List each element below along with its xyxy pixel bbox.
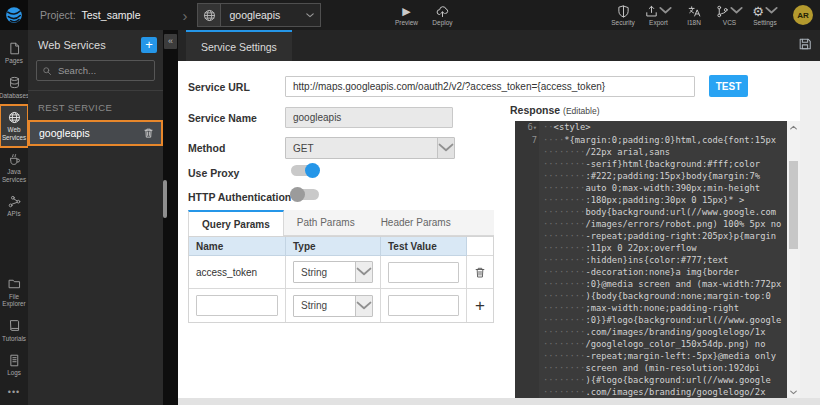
- tab-path-params[interactable]: Path Params: [284, 210, 368, 235]
- code-line: ········-decoration:none}a img{border: [515, 266, 787, 278]
- trash-icon[interactable]: [143, 127, 154, 139]
- collapse-panel-button[interactable]: «: [164, 34, 177, 49]
- export-button[interactable]: Export: [645, 4, 672, 26]
- databases-icon: [8, 76, 21, 90]
- gear-icon: ⚙: [752, 5, 764, 18]
- code-line: ········-repeat;padding-right:205px}p{ma…: [515, 230, 787, 242]
- table-header-row: Name Type Test Value: [189, 237, 493, 256]
- service-list-item-googleapis[interactable]: googleapis: [29, 121, 162, 145]
- table-row: access_token String: [189, 256, 493, 289]
- sidebar-item-web-services[interactable]: Web Services: [0, 105, 28, 147]
- panel-title: Web Services: [38, 39, 141, 51]
- breadcrumb: Project: Test_sample: [40, 9, 140, 21]
- code-line: 7····*{margin:0;padding:0}html,code{font…: [515, 134, 787, 146]
- use-proxy-toggle[interactable]: [291, 165, 319, 176]
- add-row-button[interactable]: +: [475, 297, 485, 314]
- main-tab-bar: Service Settings: [178, 30, 820, 61]
- service-url-input[interactable]: [285, 76, 695, 97]
- sidebar-item-databases[interactable]: Databases: [0, 71, 28, 106]
- vcs-button[interactable]: VCS: [716, 4, 743, 26]
- param-type-select[interactable]: String: [293, 295, 373, 317]
- sidebar-item-label: APIs: [7, 210, 20, 218]
- sidebar-item-logs[interactable]: Logs: [0, 348, 28, 383]
- logs-icon: [8, 353, 21, 367]
- sidebar-item-label: Java Services: [0, 168, 28, 183]
- scrollbar-thumb[interactable]: [789, 161, 798, 249]
- http-auth-toggle[interactable]: [291, 189, 319, 200]
- branch-icon: [716, 5, 729, 18]
- project-name: Test_sample: [82, 9, 141, 21]
- search-input[interactable]: [56, 64, 149, 77]
- project-label: Project:: [40, 9, 76, 21]
- sidebar-more-button[interactable]: •••: [0, 383, 28, 405]
- resize-handle[interactable]: [163, 180, 167, 218]
- code-line: 6▾··<style>: [515, 121, 787, 134]
- preview-button[interactable]: ▶ Preview: [393, 4, 419, 26]
- sidebar-item-tutorials[interactable]: Tutorials: [0, 314, 28, 349]
- sidebar-item-file-explorer[interactable]: File Explorer: [0, 272, 28, 314]
- scroll-down-icon[interactable]: [787, 386, 800, 398]
- editor-scrollbar[interactable]: [787, 121, 800, 398]
- sidebar-top-group: PagesDatabasesWeb ServicesJava ServicesA…: [0, 36, 28, 224]
- fold-arrow-icon[interactable]: ▾: [533, 124, 537, 132]
- service-dropdown[interactable]: googleapis: [197, 3, 321, 27]
- test-value-input[interactable]: [388, 295, 459, 316]
- panel-divider-strip: «: [163, 30, 178, 405]
- param-type-select[interactable]: String: [293, 261, 373, 283]
- code-line: ········/22px arial,sans: [515, 146, 787, 158]
- method-select-value: GET: [286, 143, 437, 154]
- settings-label: Settings: [753, 19, 777, 26]
- chevron-down-icon: [437, 138, 454, 158]
- app-logo[interactable]: [0, 0, 28, 30]
- trash-icon[interactable]: [474, 266, 486, 279]
- table-row: String +: [189, 289, 493, 322]
- scroll-up-icon[interactable]: [787, 121, 800, 133]
- service-name-label: Service Name: [188, 112, 257, 124]
- chevron-down-icon: [355, 262, 372, 282]
- add-service-button[interactable]: +: [141, 37, 157, 53]
- param-type-value: String: [294, 300, 355, 311]
- test-value-input[interactable]: [388, 262, 459, 283]
- deploy-button[interactable]: Deploy: [429, 4, 455, 26]
- sidebar-item-apis[interactable]: APIs: [0, 189, 28, 224]
- params-table: Name Type Test Value access_token String: [188, 236, 494, 323]
- params-tabs: Query Params Path Params Header Params: [188, 210, 494, 236]
- sidebar-item-java-services[interactable]: Java Services: [0, 147, 28, 189]
- wavemaker-logo-icon: [5, 6, 23, 24]
- use-proxy-label: Use Proxy: [188, 167, 239, 179]
- param-name-input[interactable]: [196, 295, 278, 316]
- service-dropdown-value: googleapis: [221, 9, 306, 21]
- column-header-actions: [467, 237, 493, 256]
- tab-service-settings[interactable]: Service Settings: [186, 30, 292, 61]
- tab-header-params[interactable]: Header Params: [368, 210, 464, 235]
- column-header-test-value: Test Value: [381, 237, 467, 256]
- sidebar-item-label: Web Services: [0, 126, 28, 141]
- search-icon: [42, 66, 52, 76]
- settings-button[interactable]: ⚙ Settings: [752, 4, 778, 26]
- test-button[interactable]: TEST: [709, 75, 748, 97]
- chevron-down-icon: [730, 4, 743, 17]
- security-button[interactable]: Security: [610, 4, 636, 26]
- deploy-label: Deploy: [432, 19, 452, 26]
- tab-query-params[interactable]: Query Params: [188, 210, 284, 236]
- method-select: GET: [285, 137, 455, 159]
- method-label: Method: [188, 142, 225, 154]
- sidebar-item-pages[interactable]: Pages: [0, 36, 28, 71]
- web-icon: [8, 110, 21, 124]
- java-icon: [8, 152, 21, 166]
- app-window: Project: Test_sample › googleapis ▶ Prev…: [0, 0, 820, 405]
- panel-header: Web Services +: [28, 30, 163, 59]
- sidebar-item-label: Tutorials: [2, 335, 26, 343]
- avatar[interactable]: AR: [793, 5, 813, 25]
- security-label: Security: [611, 19, 634, 26]
- save-icon[interactable]: [798, 37, 812, 51]
- web-services-panel: Web Services + REST SERVICE googleapis: [28, 30, 163, 405]
- http-auth-label: HTTP Authentication: [188, 191, 291, 203]
- param-type-value: String: [294, 267, 355, 278]
- i18n-button[interactable]: I18N: [681, 4, 707, 26]
- param-name: access_token: [196, 267, 257, 278]
- response-code-editor[interactable]: 6▾··<style>7····*{margin:0;padding:0}htm…: [515, 121, 787, 398]
- service-name-input: [285, 107, 453, 128]
- column-header-type: Type: [286, 237, 381, 256]
- globe-icon: [198, 4, 221, 26]
